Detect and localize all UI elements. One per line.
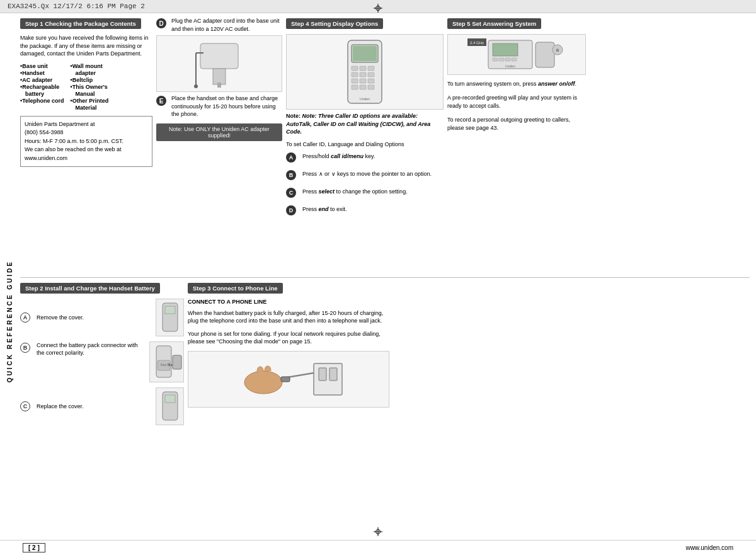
- svg-rect-0: [200, 43, 238, 69]
- step4-d-label: D: [286, 205, 296, 215]
- contact-box: Uniden Parts Department at (800) 554-398…: [20, 116, 152, 168]
- step5-svg: 2.4 GHz Uniden: [466, 37, 567, 72]
- vertical-guide-label: QUICK REFERENCE GUIDE: [6, 260, 13, 382]
- svg-text:Red: Red: [161, 363, 166, 367]
- step5-text1: To turn answering system on, press answe…: [447, 80, 586, 89]
- svg-rect-45: [329, 368, 337, 380]
- reg-mark-bottom: [374, 527, 382, 536]
- step4-note-text: Note: Three Caller ID options are availa…: [286, 113, 430, 135]
- step2-b-svg: Red Black: [151, 343, 183, 380]
- step3-text1: When the handset battery pack is fully c…: [188, 309, 389, 325]
- part-1: •Base unit: [20, 63, 64, 69]
- svg-rect-15: [352, 79, 358, 83]
- bottom-row: Step 2 Install and Charge the Handset Ba…: [20, 282, 750, 538]
- svg-rect-19: [360, 85, 366, 89]
- step4-instruction: To set Caller ID, Language and Dialing O…: [286, 141, 444, 147]
- step2-a-svg: [158, 300, 183, 335]
- step-e-row: E Place the handset on the base and char…: [156, 94, 282, 118]
- footer-website: www.uniden.com: [685, 544, 733, 551]
- step4-b-text: Press ∧ or ∨ keys to move the pointer to…: [302, 170, 444, 178]
- svg-point-5: [194, 84, 198, 88]
- step2-b-content: Connect the battery pack connector with …: [37, 341, 146, 357]
- parts-col-left: •Base unit •Handset •AC adapter •Recharg…: [20, 63, 64, 111]
- step4-header-label: Step 4 Setting Display Options: [286, 18, 383, 29]
- svg-rect-29: [512, 58, 517, 61]
- part-9: •Other Printed: [71, 98, 109, 104]
- step2-a-img: [156, 299, 184, 336]
- svg-rect-9: [352, 66, 358, 71]
- part-9b: Material: [71, 105, 109, 111]
- step3-title: CONNECT TO A PHONE LINE: [188, 299, 389, 305]
- step5-text3: To record a personal outgoing greeting t…: [447, 116, 586, 133]
- step4-c-text: Press select to change the option settin…: [302, 188, 444, 196]
- step3-phone-jack-image: [188, 351, 389, 408]
- part-5: •Telephone cord: [20, 98, 64, 104]
- step4-item-a: A Press/hold call id/menu key.: [286, 152, 444, 163]
- step2-b-row: B Connect the battery pack connector wit…: [20, 341, 184, 382]
- svg-rect-30: [536, 42, 554, 67]
- reg-mark-top: [374, 4, 382, 13]
- step3-header-label: Step 3 Connect to Phone Line: [188, 283, 283, 294]
- svg-rect-25: [493, 43, 518, 56]
- svg-rect-16: [360, 79, 366, 83]
- step2-header-label: Step 2 Install and Charge the Handset Ba…: [20, 283, 160, 294]
- step1-col: Step 1 Checking the Package Contents Mak…: [20, 17, 152, 273]
- step4-note-bold: Note:: [286, 113, 302, 119]
- svg-rect-26: [493, 58, 498, 61]
- step5-header-wrap: Step 5 Set Answering System: [447, 17, 586, 31]
- page-container: EXA3245.Qx 12/17/2 6:16 PM Page 2 QUICK …: [0, 0, 756, 555]
- svg-rect-43: [314, 363, 342, 395]
- step5-text1-main: To turn answering system on, press answe…: [447, 81, 576, 87]
- step3-header-wrap: Step 3 Connect to Phone Line: [188, 282, 389, 296]
- part-2: •Handset: [20, 70, 64, 76]
- svg-text:⊕: ⊕: [556, 48, 559, 52]
- step3-col: Step 3 Connect to Phone Line CONNECT TO …: [188, 282, 389, 538]
- svg-rect-47: [281, 377, 290, 382]
- step-e-text: Place the handset on the base and charge…: [171, 94, 282, 118]
- step2-b-img: Red Black: [149, 341, 184, 382]
- step2-c-row: C Replace the cover.: [20, 387, 184, 425]
- contact-phone: (800) 554-3988: [25, 129, 148, 137]
- svg-rect-44: [319, 368, 326, 380]
- step-de-col: D Plug the AC adapter cord into the base…: [156, 17, 282, 273]
- step5-header-label: Step 5 Set Answering System: [447, 18, 541, 29]
- main-content: Step 1 Checking the Package Contents Mak…: [0, 13, 756, 540]
- step-d-label: D: [156, 18, 166, 28]
- step2-col: Step 2 Install and Charge the Handset Ba…: [20, 282, 184, 538]
- step1-header-label: Step 1 Checking the Package Contents: [20, 18, 141, 29]
- part-7: •Beltclip: [71, 77, 109, 83]
- contact-label: Uniden Parts Department at: [25, 120, 148, 129]
- step4-item-c: C Press select to change the option sett…: [286, 188, 444, 198]
- step2-c-svg: [158, 389, 183, 423]
- step5-text2: A pre-recorded greeting will play and yo…: [447, 94, 586, 111]
- step3-jack-svg: [226, 354, 352, 404]
- svg-text:Uniden: Uniden: [360, 97, 370, 101]
- step1-intro: Make sure you have received the followin…: [20, 34, 152, 58]
- step4-c-label: C: [286, 188, 296, 198]
- svg-rect-27: [499, 58, 504, 61]
- step4-item-d: D Press end to exit.: [286, 205, 444, 215]
- svg-rect-18: [352, 85, 358, 89]
- note-adapter-text: Note: Use ONLY the Uniden AC adapter sup…: [169, 126, 270, 139]
- svg-rect-8: [353, 46, 377, 61]
- part-3: •AC adapter: [20, 77, 64, 83]
- top-row: Step 1 Checking the Package Contents Mak…: [20, 17, 750, 273]
- svg-rect-14: [368, 72, 374, 77]
- svg-rect-40: [173, 355, 181, 369]
- step2-b-text: Connect the battery pack connector with …: [37, 341, 146, 357]
- contact-web: We can also be reached on the web at: [25, 146, 148, 154]
- step2-a-circle: A: [20, 312, 30, 323]
- part-4: •Rechargeable: [20, 84, 64, 90]
- svg-text:Uniden: Uniden: [505, 64, 515, 68]
- step2-c-circle: C: [20, 401, 30, 411]
- parts-col-right: •Wall mount adapter •Beltclip •This Owne…: [71, 63, 109, 111]
- svg-rect-20: [368, 85, 374, 89]
- step3-text2: Your phone is set for tone dialing. If y…: [188, 330, 389, 346]
- phone-display-image: Uniden: [286, 34, 444, 110]
- part-6: •Wall mount: [71, 63, 109, 69]
- vertical-label-container: QUICK REFERENCE GUIDE: [3, 126, 16, 517]
- step1-header: Step 1 Checking the Package Contents: [20, 17, 152, 31]
- svg-rect-10: [360, 66, 366, 71]
- svg-rect-42: [165, 395, 175, 403]
- step4-item-b: B Press ∧ or ∨ keys to move the pointer …: [286, 170, 444, 180]
